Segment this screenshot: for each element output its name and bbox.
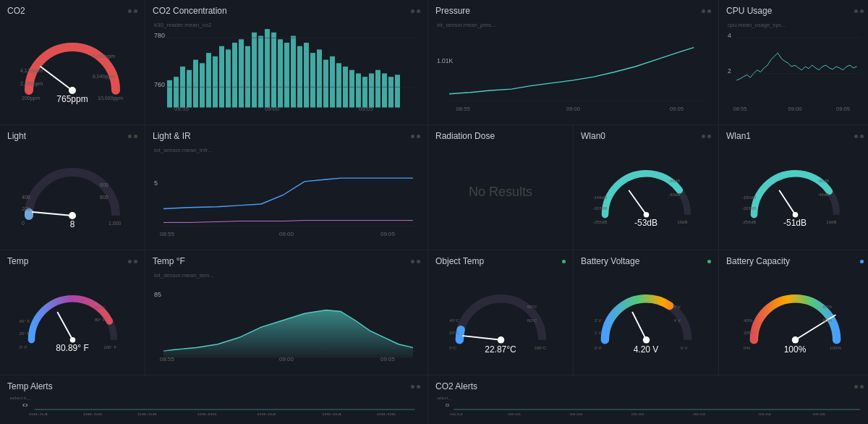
- svg-point-89: [792, 211, 798, 217]
- svg-line-119: [632, 313, 646, 340]
- svg-rect-17: [206, 53, 211, 107]
- svg-text:20° F: 20° F: [19, 331, 30, 336]
- temp-title: Temp: [7, 256, 28, 266]
- svg-text:4,120ppm: 4,120ppm: [20, 68, 43, 74]
- battcap-gauge-svg: 0% 100% 40% 60% 20% 80%: [739, 279, 851, 352]
- battvolt-panel: Battery Voltage 0 V: [574, 250, 718, 375]
- tempf-title: Temp °F: [153, 256, 185, 266]
- svg-text:09:04: 09:04: [759, 412, 772, 415]
- tempf-panel: Temp °F iot_sensor.mean_tem... 85: [145, 250, 427, 375]
- svg-rect-27: [271, 33, 276, 108]
- lightir-title: Light & IR: [153, 131, 191, 141]
- battvolt-gauge-container: 0 V 6 V 2 V 3 V 1 V 4 V 4.20 V: [581, 269, 711, 365]
- svg-text:08:55: 08:55: [456, 106, 470, 112]
- svg-text:08:55: 08:55: [160, 356, 174, 362]
- svg-text:760: 760: [154, 82, 165, 89]
- svg-text:-203dB: -203dB: [592, 205, 607, 211]
- svg-point-1: [69, 87, 76, 94]
- panel-dot-2: [860, 385, 864, 389]
- svg-text:08:54: 08:54: [450, 412, 463, 415]
- svg-text:1.01K: 1.01K: [437, 57, 454, 64]
- svg-text:09:04: 09:04: [323, 412, 342, 416]
- svg-text:100°C: 100°C: [534, 345, 547, 350]
- svg-rect-26: [265, 29, 270, 107]
- svg-text:85: 85: [154, 291, 161, 298]
- svg-text:1,000: 1,000: [109, 221, 122, 226]
- svg-rect-21: [232, 43, 237, 108]
- svg-text:0°C: 0°C: [449, 345, 457, 350]
- svg-text:09:00: 09:00: [279, 356, 294, 362]
- panel-dot-2: [417, 135, 420, 138]
- panel-dot-1: [411, 260, 414, 263]
- svg-text:0%: 0%: [744, 345, 750, 350]
- panel-dot-1: [411, 135, 414, 138]
- svg-text:08:55: 08:55: [733, 106, 747, 112]
- svg-line-88: [779, 190, 795, 214]
- temp-value: 80.89° F: [56, 343, 89, 353]
- svg-text:2,160ppm: 2,160ppm: [20, 81, 43, 87]
- svg-text:09:05: 09:05: [836, 106, 850, 112]
- svg-text:k30_reader.mean_co2: k30_reader.mean_co2: [154, 22, 212, 29]
- svg-text:10dB: 10dB: [826, 219, 836, 224]
- radiation-title: Radiation Dose: [435, 131, 495, 141]
- panel-dot-1: [411, 385, 414, 389]
- svg-text:-255dB: -255dB: [592, 219, 607, 224]
- svg-text:09:00: 09:00: [279, 231, 294, 237]
- svg-rect-42: [369, 73, 374, 107]
- svg-text:10,000ppm: 10,000ppm: [98, 96, 123, 101]
- svg-text:80%: 80%: [822, 318, 832, 323]
- svg-text:-150dB: -150dB: [741, 194, 756, 199]
- svg-point-120: [642, 336, 650, 344]
- svg-text:09:06: 09:06: [813, 412, 826, 415]
- svg-text:09:00: 09:00: [566, 106, 580, 112]
- svg-text:60° F: 60° F: [94, 305, 105, 310]
- svg-rect-43: [375, 70, 380, 108]
- light-panel: Light 0 1,000 400: [0, 125, 145, 250]
- tempalerts-title: Temp Alerts: [7, 381, 53, 391]
- battcap-value: 100%: [784, 344, 807, 355]
- svg-line-66: [33, 212, 72, 216]
- svg-point-128: [791, 336, 799, 344]
- objtemp-panel: Object Temp 0°C: [428, 250, 573, 375]
- svg-text:09:02: 09:02: [693, 412, 706, 415]
- svg-text:08:58: 08:58: [570, 412, 583, 415]
- svg-text:09:00: 09:00: [265, 106, 280, 112]
- svg-rect-29: [284, 43, 289, 108]
- tempalerts-chart: alert_ 0 08:54 08:56 08:58 09:00 09:02 0…: [7, 394, 420, 416]
- svg-point-112: [497, 336, 504, 344]
- lightir-svg: iot_sensor.mean_infr... 5 08:55 09:00 09…: [153, 144, 420, 239]
- svg-rect-22: [239, 39, 244, 107]
- svg-text:08:55: 08:55: [174, 106, 189, 112]
- svg-point-97: [69, 336, 75, 342]
- svg-text:0: 0: [446, 403, 449, 408]
- pressure-chart: iot_sensor.mean_pres... 1.01K 08:55 09:0…: [435, 19, 711, 114]
- svg-text:09:00: 09:00: [197, 412, 217, 416]
- svg-text:600: 600: [100, 182, 109, 187]
- svg-point-81: [643, 211, 649, 217]
- battcap-panel: Battery Capacity 0%: [719, 250, 868, 375]
- svg-marker-106: [163, 310, 413, 358]
- svg-text:09:05: 09:05: [359, 106, 373, 112]
- svg-text:20°C: 20°C: [449, 330, 459, 335]
- tempf-chart: iot_sensor.mean_tem... 85 08:55 09:00 09…: [153, 269, 420, 365]
- battvolt-gauge-svg: 0 V 6 V 2 V 3 V 1 V 4 V: [590, 279, 702, 352]
- svg-text:09:05: 09:05: [380, 356, 395, 362]
- svg-rect-44: [382, 73, 387, 107]
- svg-rect-24: [252, 33, 257, 108]
- panel-dot-2: [134, 135, 137, 138]
- svg-text:08:56: 08:56: [83, 412, 103, 416]
- co2-conc-svg: k30_reader.mean_co2 780 760: [153, 19, 420, 114]
- svg-text:08:54: 08:54: [29, 412, 48, 416]
- panel-dot-1: [128, 260, 132, 263]
- svg-text:80° F: 80° F: [94, 317, 105, 322]
- cpu-svg: cpu.mean_usage_sys... 4 2 08:55 09:00 09…: [726, 19, 864, 114]
- wlan0-gauge-svg: -255dB 10dB -149dB -96dB -203dB -43dB: [590, 156, 702, 225]
- svg-text:cpu.mean_usage_sys...: cpu.mean_usage_sys...: [728, 22, 786, 28]
- pressure-svg: iot_sensor.mean_pres... 1.01K 08:55 09:0…: [435, 19, 711, 114]
- svg-rect-18: [213, 56, 218, 108]
- svg-text:0° F: 0° F: [19, 344, 27, 349]
- svg-text:09:05: 09:05: [380, 231, 395, 237]
- pressure-title: Pressure: [435, 6, 470, 16]
- svg-rect-32: [304, 43, 309, 108]
- svg-text:alert_: alert_: [9, 397, 32, 400]
